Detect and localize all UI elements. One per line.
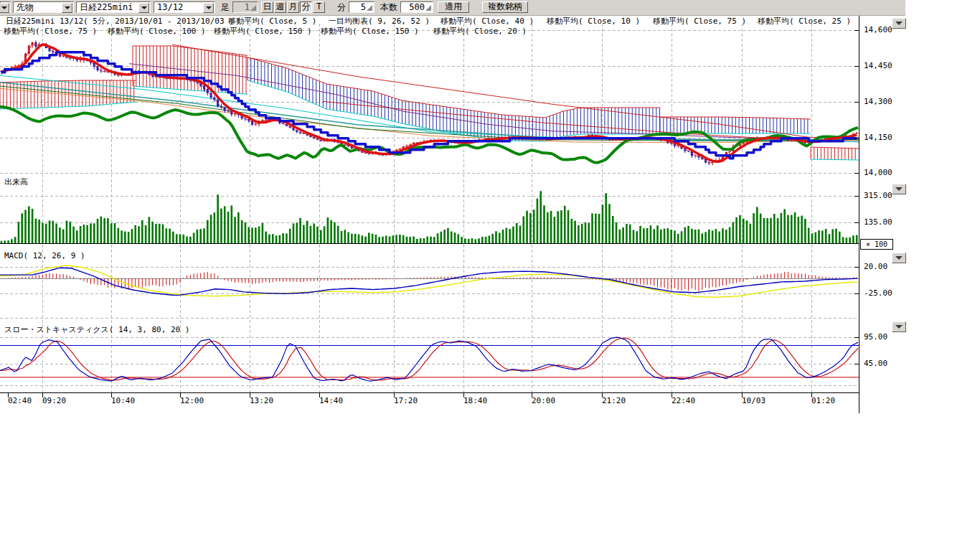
price-axis-label: 14,150 [864,133,892,142]
indicator-label: 移動平均( Close, 40 ) [440,17,534,26]
time-axis-label: 14:40 [319,397,343,405]
indicator-label: 移動平均( Close, 10 ) [547,17,640,26]
macd-panel-menu-button[interactable] [892,253,906,263]
time-axis-label: 20:00 [532,397,555,405]
indicator-label: 移動平均( Close, 75 ) [4,27,97,36]
period-day-button[interactable]: 日 [261,1,273,13]
chevron-down-icon [895,22,903,25]
indicator-label: 日経225mini 13/12( 5分, 2013/10/01 - 2013/1… [6,17,234,26]
volume-axis-label: 315.00 [864,192,892,200]
minutes-value: 5 [361,2,366,12]
volume-bars [0,191,859,243]
time-axis-label: 09:20 [42,397,66,405]
time-axis-label: 17:20 [394,397,418,405]
time-axis-label: 01:20 [811,397,835,405]
stoch-axis-label: 45.00 [864,359,887,368]
indicator-label: 移動平均( Close, 25 ) [758,17,851,26]
indicator-label: 移動平均( Close, 20 ) [433,27,527,36]
price-axis-label: 14,000 [864,169,892,177]
chart-canvas[interactable] [0,0,980,551]
time-axis-label: 21:20 [602,397,626,405]
chevron-down-icon [895,187,903,191]
symbol-dropdown[interactable]: 日経225mini [76,1,151,13]
app-window: 先物 日経225mini 13/12 足 1 日 週 月 分 T 分 5 本数 … [0,0,980,551]
bar-interval-value: 1 [245,2,250,12]
minutes-label: 分 [337,1,346,13]
grid [0,24,859,392]
market-dropdown[interactable]: 先物 [13,1,74,13]
price-axis-label: 14,450 [864,62,892,70]
time-axis-label: 02:40 [8,397,32,405]
macd-axis-label: -25.00 [864,289,892,298]
contract-month-dropdown[interactable]: 13/12 [154,1,215,13]
indicator-label: 移動平均( Close, 150 ) [214,27,312,36]
minutes-field[interactable]: 5 [349,1,374,13]
period-minute-button[interactable]: 分 [300,1,312,13]
bar-type-label: 足 [221,1,230,13]
ma-red-thick [1,44,857,161]
indicator-label: 移動平均( Close, 150 ) [321,27,419,36]
macd-panel-title: MACD( 12, 26, 9 ) [4,252,85,260]
spinner-icon[interactable] [367,5,372,11]
contract-dropdown-value: 13/12 [157,2,183,12]
time-axis-label: 22:40 [672,397,695,405]
time-axis-label: 12:00 [180,397,204,405]
stoch-axis-label: 95.00 [864,333,887,342]
indicator-label: 移動平均( Close, 75 ) [653,17,746,26]
indicator-label: 移動平均( Close, 100 ) [108,27,206,36]
bar-interval-field[interactable]: 1 [232,1,258,13]
macd-axis-label: 20.00 [864,263,887,271]
chevron-down-icon[interactable] [203,3,214,13]
price-axis-label: 14,300 [864,98,892,106]
chevron-down-icon[interactable] [0,3,9,13]
time-axis-label: 10/03 [742,397,765,405]
time-axis-label: 18:40 [463,397,487,405]
volume-panel-menu-button[interactable] [892,184,906,194]
indicator-label: 一目均衡表( 9, 26, 52 ) [329,17,430,26]
period-month-button[interactable]: 月 [287,1,299,13]
volume-panel-title: 出来高 [4,178,28,187]
multi-symbol-button[interactable]: 複数銘柄 [482,1,528,13]
chevron-down-icon[interactable] [62,3,72,13]
price-axis-label: 14,600 [864,26,892,34]
price-panel-menu-button[interactable] [892,18,906,29]
stoch-panel [0,337,859,392]
ma-fast-thin [1,44,857,163]
macd-panel [0,265,859,297]
market-dropdown-value: 先物 [17,2,34,12]
spinner-icon[interactable] [425,5,431,11]
bar-count-label: 本数 [380,1,397,13]
indicator-label: 移動平均( Close, 5 ) [228,17,316,26]
time-axis-label: 13:20 [250,397,273,405]
period-tick-button[interactable]: T [313,1,325,13]
period-week-button[interactable]: 週 [274,1,286,13]
apply-button[interactable]: 適用 [438,1,469,13]
bar-count-field[interactable]: 500 [400,1,433,13]
chevron-down-icon[interactable] [138,3,149,13]
chevron-down-icon [895,325,903,329]
stoch-panel-menu-button[interactable] [892,321,906,332]
time-axis-label: 10:40 [111,397,135,405]
chevron-down-icon [895,256,903,260]
symbol-dropdown-value: 日経225mini [80,2,133,12]
spinner-icon[interactable] [250,5,256,11]
corner-dropdown[interactable] [0,1,11,13]
volume-axis-label: 135.00 [864,218,892,227]
stoch-panel-title: スロー・ストキャスティクス( 14, 3, 80, 20 ) [4,326,189,334]
volume-multiplier-badge: × 100 [860,239,893,250]
bar-count-value: 500 [409,2,425,12]
toolbar: 先物 日経225mini 13/12 足 1 日 週 月 分 T 分 5 本数 … [0,0,905,16]
